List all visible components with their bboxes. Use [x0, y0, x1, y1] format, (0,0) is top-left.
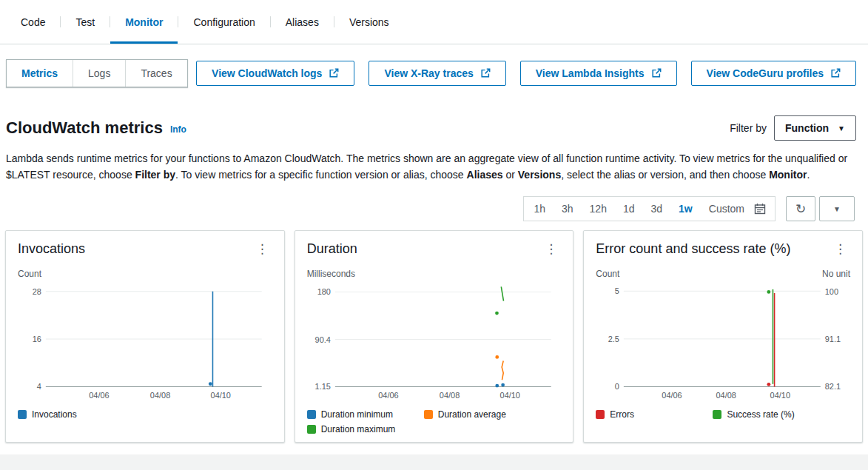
filter-function-dropdown[interactable]: Function ▼ — [774, 115, 856, 141]
chart-menu-button[interactable]: ⋮ — [252, 240, 272, 258]
button-label: View X-Ray traces — [384, 67, 473, 79]
filter-controls: Filter by Function ▼ — [730, 115, 856, 141]
legend-item[interactable]: Invocations — [18, 409, 135, 420]
monitor-toolbar: Metrics Logs Traces View CloudWatch logs… — [6, 59, 856, 87]
time-range-bar: 1h 3h 12h 1d 3d 1w Custom ↻ ▼ — [6, 196, 855, 221]
series-point — [495, 384, 499, 388]
series-point — [495, 312, 499, 315]
refresh-button[interactable]: ↻ — [786, 196, 815, 221]
function-tabs: Code Test Monitor Configuration Aliases … — [0, 0, 868, 44]
x-tick-label: 04/08 — [150, 392, 170, 400]
y-axis-label: Count — [596, 269, 619, 279]
legend-item[interactable]: Duration maximum — [307, 424, 424, 434]
tab-aliases[interactable]: Aliases — [271, 0, 334, 44]
legend-color-swatch — [307, 425, 316, 434]
external-link-icon — [830, 68, 841, 78]
filter-selected-value: Function — [785, 122, 829, 134]
time-range-custom[interactable]: Custom — [701, 197, 753, 221]
chevron-down-icon: ▼ — [838, 124, 845, 132]
view-cloudwatch-logs-button[interactable]: View CloudWatch logs — [196, 61, 354, 86]
x-tick-label: 04/10 — [770, 392, 790, 400]
tab-code[interactable]: Code — [6, 0, 60, 44]
time-range-3h[interactable]: 3h — [554, 197, 582, 221]
series-point — [501, 383, 505, 387]
chevron-down-icon: ▼ — [833, 205, 841, 213]
legend-item[interactable]: Duration minimum — [307, 409, 424, 420]
chart-title: Duration — [307, 241, 357, 257]
subtab-logs[interactable]: Logs — [73, 60, 125, 87]
x-tick-label: 04/08 — [716, 392, 736, 400]
legend-item[interactable]: Duration average — [424, 409, 541, 420]
description-bold: Aliases — [467, 169, 503, 181]
time-range-group: 1h 3h 12h 1d 3d 1w Custom — [523, 196, 776, 221]
calendar-button[interactable] — [753, 203, 773, 215]
external-link-icon — [651, 68, 662, 78]
description-text: , select the alias or version, and then … — [561, 169, 769, 181]
legend-label: Invocations — [32, 409, 77, 420]
chart-card-duration: Duration ⋮ Milliseconds 18090.41.1504/06… — [295, 230, 574, 442]
chart-card-header: Invocations ⋮ — [18, 231, 272, 258]
info-link[interactable]: Info — [170, 124, 186, 135]
refresh-options-dropdown[interactable]: ▼ — [819, 196, 855, 221]
legend-item[interactable]: Errors — [596, 409, 713, 420]
x-tick-label: 04/06 — [378, 392, 398, 400]
chart-legend: ErrorsSuccess rate (%) — [596, 409, 850, 420]
legend-label: Duration minimum — [321, 409, 393, 420]
description-bold: Monitor — [769, 169, 807, 181]
vertical-ellipsis-icon: ⋮ — [256, 242, 269, 256]
y-axis-label: Milliseconds — [307, 269, 355, 279]
page-title: CloudWatch metrics — [6, 118, 163, 138]
time-range-12h[interactable]: 12h — [582, 197, 615, 221]
view-xray-traces-button[interactable]: View X-Ray traces — [369, 61, 505, 86]
tab-versions[interactable]: Versions — [334, 0, 404, 44]
view-codeguru-profiles-button[interactable]: View CodeGuru profiles — [691, 61, 856, 86]
time-range-3d[interactable]: 3d — [643, 197, 671, 221]
metrics-charts: Invocations ⋮ Count 2816404/0604/0804/10… — [5, 230, 863, 442]
y-tick-label: 16 — [33, 335, 41, 343]
time-range-1h[interactable]: 1h — [525, 197, 554, 221]
tab-monitor[interactable]: Monitor — [110, 0, 178, 44]
y-axis-right-label: No unit — [822, 269, 850, 279]
external-link-icon — [480, 68, 491, 78]
legend-color-swatch — [307, 410, 316, 419]
chart-plot-area[interactable]: 18090.41.1504/0604/0804/10 — [307, 279, 562, 406]
legend-color-swatch — [596, 410, 605, 419]
legend-color-swatch — [424, 410, 433, 419]
time-range-1d[interactable]: 1d — [615, 197, 643, 221]
description-text: . To view metrics for a specific functio… — [175, 169, 466, 181]
legend-item[interactable]: Success rate (%) — [713, 409, 830, 420]
tab-configuration[interactable]: Configuration — [178, 0, 269, 44]
subtab-metrics[interactable]: Metrics — [7, 60, 73, 87]
chart-menu-button[interactable]: ⋮ — [541, 240, 561, 258]
chart-title: Invocations — [18, 241, 85, 257]
x-tick-label: 04/06 — [662, 392, 682, 400]
chart-menu-button[interactable]: ⋮ — [830, 240, 850, 258]
time-range-1w[interactable]: 1w — [670, 197, 701, 221]
external-link-icon — [329, 68, 339, 78]
button-label: View CodeGuru profiles — [707, 67, 824, 79]
vertical-ellipsis-icon: ⋮ — [545, 242, 557, 256]
chart-plot-area[interactable]: 2816404/0604/0804/10 — [18, 279, 272, 406]
metrics-header: CloudWatch metrics Info Filter by Functi… — [6, 115, 856, 141]
series-point — [209, 383, 212, 386]
chart-card-header: Error count and success rate (%) ⋮ — [596, 231, 850, 258]
chart-legend: Invocations — [18, 409, 272, 420]
legend-label: Errors — [610, 409, 634, 420]
chart-plot: 18090.41.1504/0604/0804/10 — [307, 279, 562, 406]
calendar-icon — [754, 203, 766, 215]
view-lambda-insights-button[interactable]: View Lambda Insights — [520, 61, 677, 86]
tab-test[interactable]: Test — [61, 0, 110, 44]
series-line — [502, 361, 503, 380]
chart-plot: 2816404/0604/0804/10 — [18, 279, 272, 406]
chart-card-errors-success: Error count and success rate (%) ⋮ Count… — [583, 230, 863, 442]
y-tick-label: 90.4 — [314, 335, 330, 344]
series-point — [495, 355, 499, 359]
y-tick-label: 0 — [615, 383, 619, 392]
y-tick-label: 4 — [37, 383, 41, 392]
y-right-tick-label: 82.1 — [825, 383, 841, 392]
subtab-traces[interactable]: Traces — [125, 60, 186, 87]
y-right-tick-label: 100 — [825, 288, 838, 297]
chart-plot-area[interactable]: 52.5010091.182.104/0604/0804/10 — [596, 279, 850, 406]
series-point — [767, 290, 771, 294]
vertical-ellipsis-icon: ⋮ — [834, 242, 847, 256]
